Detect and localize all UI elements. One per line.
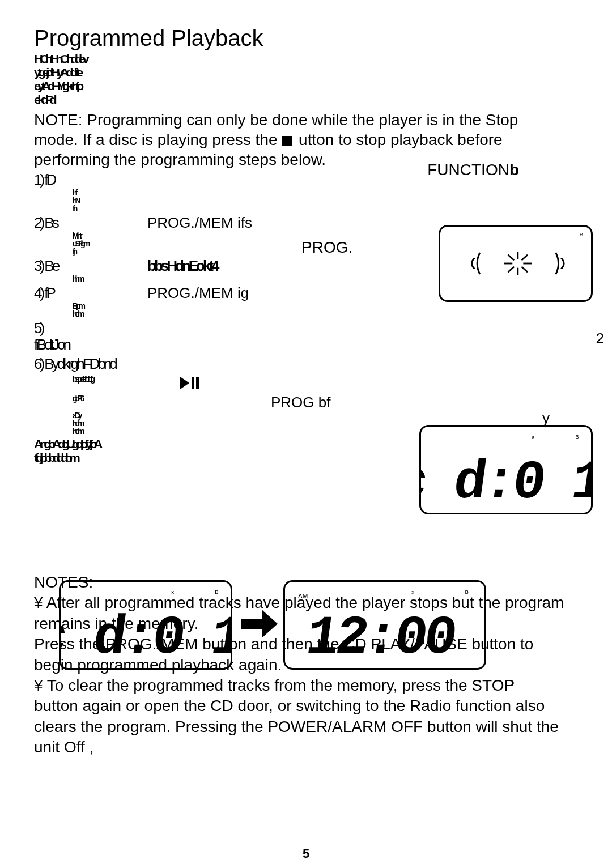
- notes-line: clears the program. Pressing the POWER/A…: [34, 717, 584, 737]
- step-number: 6) BydkrghFDbnd: [34, 356, 116, 373]
- corrupted-text-line: eytAdHYgkrhtip: [34, 81, 584, 92]
- svg-line-7: [508, 255, 515, 261]
- note-text: mode. If a disc is playing press the: [34, 131, 282, 148]
- corrupted-text: bs ps fe fo fo fg: [73, 375, 163, 383]
- notes-line: unit Off ,: [34, 737, 584, 758]
- lcd-display-cd01: x B c d:0 1: [59, 580, 232, 670]
- lcd-text: 12:00: [302, 607, 458, 668]
- step-number: 1) fD: [34, 172, 60, 189]
- svg-rect-15: [241, 619, 262, 629]
- svg-line-9: [508, 267, 515, 273]
- corrupted-text: iBpm: [34, 302, 584, 310]
- svg-marker-16: [262, 610, 278, 638]
- svg-text:B: B: [215, 589, 218, 595]
- step-number: 5) fiBdtJon: [34, 320, 60, 354]
- svg-text:x: x: [411, 589, 414, 595]
- prog-label: PROG bf: [271, 394, 330, 411]
- arrow-right-icon: [241, 610, 278, 640]
- corrupted-text-line: HChtHnOhddev: [34, 54, 584, 65]
- lcd-am-label: AM: [298, 593, 308, 599]
- svg-text:x: x: [171, 589, 174, 595]
- corrupted-text-line: ytgejdtHyAddrite: [34, 67, 584, 79]
- corrupted-text: gbF6: [73, 394, 209, 402]
- page-title: Programmed Playback: [34, 25, 584, 51]
- step-number: 2) Bs: [34, 215, 60, 232]
- corrupted-text: fn: [34, 205, 584, 212]
- svg-rect-1: [192, 377, 194, 389]
- corrupted-text-line: ekdFd: [34, 95, 584, 106]
- corrupted-text: hf: [34, 189, 584, 197]
- svg-rect-2: [196, 377, 199, 389]
- prog-mem-label: PROG./MEM ifs: [147, 215, 252, 232]
- lcd-display-time: AM x B 12:00: [283, 580, 486, 670]
- corrupted-text: hdm: [34, 310, 584, 318]
- svg-line-8: [522, 255, 528, 261]
- note-text: utton to stop playback before: [299, 131, 503, 148]
- corrupted-text: aDiy: [34, 411, 584, 419]
- lcd-marker: B: [580, 231, 583, 237]
- svg-text:B: B: [575, 433, 579, 440]
- steps-list: 1) fD hf hN fn 2) Bs PROG./MEM ifs PROG.…: [34, 172, 584, 465]
- step-number: 4) fP: [34, 285, 60, 302]
- stray-char: 2: [596, 330, 604, 347]
- lcd-text: c d:0 1: [61, 607, 231, 668]
- page-number: 5: [303, 846, 309, 861]
- lcd-display-cd01: x B c d:0 1: [419, 425, 593, 514]
- step-number: 3) Be: [34, 258, 60, 275]
- notes-line: button again or open the CD door, or swi…: [34, 696, 584, 716]
- lcd-display-starburst: B: [439, 225, 593, 302]
- prog-label: PROG.: [301, 239, 352, 257]
- corrupted-text: hN: [34, 197, 584, 205]
- play-pause-icon: [180, 375, 199, 392]
- notes-line: ¥ To clear the programmed tracks from th…: [34, 675, 584, 696]
- svg-text:x: x: [532, 433, 534, 440]
- prog-mem-label: PROG./MEM ig: [147, 285, 249, 302]
- lcd-text: c d:0 1: [421, 452, 591, 513]
- note-text: performing the programming steps below.: [34, 151, 326, 168]
- svg-line-10: [522, 267, 528, 273]
- svg-text:B: B: [465, 589, 468, 595]
- corrupted-skip-label: bbsHdnEokt4: [147, 258, 218, 275]
- note-text: NOTE: Programming can only be done while…: [34, 111, 518, 129]
- svg-marker-0: [180, 377, 189, 389]
- stop-icon: [282, 136, 292, 146]
